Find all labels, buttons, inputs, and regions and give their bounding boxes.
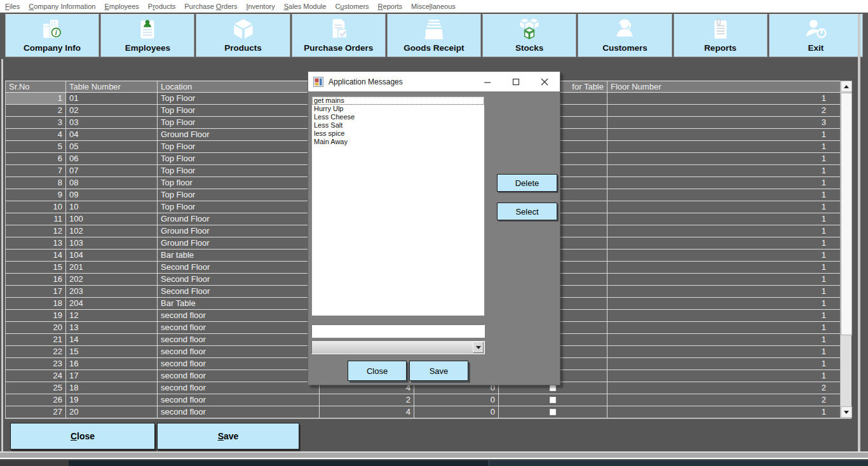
header-location[interactable]: Location xyxy=(158,81,320,92)
menu-item-reports[interactable]: Reports xyxy=(374,0,407,13)
scrollbar-thumb[interactable] xyxy=(841,93,852,335)
menu-item-customers[interactable]: Customers xyxy=(330,0,373,13)
cell-floor-number: 1 xyxy=(607,406,829,418)
header-table-number[interactable]: Table Number xyxy=(66,81,158,92)
menu-item-company-information[interactable]: Company Information xyxy=(24,0,100,13)
cell-sr-no: 15 xyxy=(6,262,66,273)
messages-listbox[interactable]: get mainsHurry UlpLess CheeseLess Saltle… xyxy=(311,96,485,316)
cell-table-number: 05 xyxy=(66,141,158,152)
toolbar-button-company-info[interactable]: i Company Info xyxy=(5,14,99,57)
dialog-save-button[interactable]: Save xyxy=(409,361,468,381)
toolbar-button-purchase-orders[interactable]: Purchase Orders xyxy=(292,14,386,57)
toolbar-button-label: Customers xyxy=(602,43,648,53)
stock-cubes-icon xyxy=(515,17,543,43)
cell-table-number: 104 xyxy=(66,250,158,261)
cell-table-number: 103 xyxy=(66,237,158,249)
cell-floor-number: 1 xyxy=(607,189,829,201)
listbox-item[interactable]: less spice xyxy=(312,130,484,138)
header-sr-no[interactable]: Sr.No xyxy=(6,81,66,92)
cell-table-number: 01 xyxy=(66,93,158,104)
employee-document-icon xyxy=(133,17,161,43)
cell-location: Top Floor xyxy=(158,153,320,164)
cell-location: second floor xyxy=(158,322,320,333)
cell-location: Top Floor xyxy=(158,201,320,213)
cell-floor-number: 1 xyxy=(607,225,829,237)
save-button[interactable]: Save xyxy=(157,423,299,449)
message-combobox[interactable] xyxy=(311,340,485,354)
header-floor-number[interactable]: Floor Number xyxy=(607,81,829,92)
cell-location: Second Floor xyxy=(158,274,320,285)
combo-dropdown-button[interactable] xyxy=(473,342,484,353)
cell-floor-number: 1 xyxy=(607,201,829,213)
dialog-title-bar[interactable]: Application Messages xyxy=(308,72,560,91)
row-checkbox[interactable] xyxy=(550,397,556,403)
menu-item-purchase-orders[interactable]: Purchase Orders xyxy=(180,0,241,13)
toolbar-button-employees[interactable]: Employees xyxy=(100,14,194,57)
toolbar-button-reports[interactable]: Reports xyxy=(674,14,768,57)
cell-table-number: 10 xyxy=(66,201,158,213)
cell-location: Top Floor xyxy=(158,165,320,176)
cell-sr-no: 2 xyxy=(6,105,66,116)
menu-item-miscellaneous[interactable]: Miscellaneous xyxy=(407,0,460,13)
cell-hidden-col-2: 0 xyxy=(414,394,499,406)
toolbar-button-customers[interactable]: Customers xyxy=(578,14,672,57)
scroll-down-button[interactable] xyxy=(841,406,852,418)
cell-location: second floor xyxy=(158,370,320,382)
toolbar-button-exit[interactable]: Exit xyxy=(769,14,863,57)
cell-sr-no: 23 xyxy=(6,358,66,369)
menu-item-products[interactable]: Products xyxy=(144,0,180,13)
listbox-item[interactable]: Hurry Ulp xyxy=(312,105,484,113)
listbox-item[interactable]: Less Salt xyxy=(312,121,484,130)
listbox-item[interactable]: Main Away xyxy=(312,138,484,146)
menu-item-employees[interactable]: Employees xyxy=(100,0,143,13)
table-row[interactable]: 27 20 second floor 4 0 1 xyxy=(6,406,851,418)
maximize-icon xyxy=(512,78,520,86)
table-row[interactable]: 26 19 second floor 2 0 2 xyxy=(6,394,851,406)
row-checkbox[interactable] xyxy=(550,385,556,391)
cell-sr-no: 8 xyxy=(6,177,66,189)
cell-location: second floor xyxy=(158,382,320,394)
cube-icon xyxy=(229,17,257,43)
vertical-scrollbar[interactable] xyxy=(840,81,851,418)
toolbar-button-goods-receipt[interactable]: Goods Receipt xyxy=(387,14,481,57)
document-check-icon xyxy=(325,17,353,43)
message-input[interactable] xyxy=(311,324,485,338)
toolbar-button-products[interactable]: Products xyxy=(196,14,290,57)
toolbar-button-label: Purchase Orders xyxy=(304,43,373,53)
listbox-item[interactable]: Less Cheese xyxy=(312,113,484,121)
cell-table-number: 20 xyxy=(66,406,158,418)
toolbar-button-stocks[interactable]: Stocks xyxy=(482,14,576,57)
cell-table-number: 202 xyxy=(66,274,158,285)
menu-item-sales-module[interactable]: Sales Module xyxy=(280,0,331,13)
menu-bar: FilesCompany InformationEmployeesProduct… xyxy=(0,0,868,13)
dialog-close-button[interactable]: Close xyxy=(348,361,407,381)
scroll-up-button[interactable] xyxy=(841,81,852,92)
cell-table-number: 02 xyxy=(66,105,158,116)
person-power-icon xyxy=(802,17,830,43)
menu-item-inventory[interactable]: Inventory xyxy=(241,0,279,13)
close-button[interactable]: Close xyxy=(10,423,155,449)
listbox-item[interactable]: get mains xyxy=(312,97,484,105)
maximize-button[interactable] xyxy=(505,72,527,91)
delete-button[interactable]: Delete xyxy=(497,174,557,192)
select-button[interactable]: Select xyxy=(497,203,557,220)
cell-sr-no: 13 xyxy=(6,237,66,249)
cell-location: second floor xyxy=(158,346,320,357)
cell-floor-number: 1 xyxy=(607,274,829,285)
cell-sr-no: 9 xyxy=(6,189,66,201)
toolbar-button-label: Products xyxy=(224,43,262,53)
cell-sr-no: 10 xyxy=(6,201,66,213)
taskbar-strip-left xyxy=(0,460,69,466)
cell-location: Top Floor xyxy=(158,141,320,152)
cell-sr-no: 20 xyxy=(6,322,66,333)
minimize-button[interactable] xyxy=(477,72,498,91)
cell-floor-number: 2 xyxy=(607,394,829,406)
cell-location: Ground Floor xyxy=(158,213,320,225)
cell-location: Top floor xyxy=(158,177,320,189)
dialog-close-x-button[interactable] xyxy=(534,72,555,91)
cell-table-number: 09 xyxy=(66,189,158,201)
row-checkbox[interactable] xyxy=(550,409,556,415)
cell-location: Second Floor xyxy=(158,262,320,273)
cell-location: second floor xyxy=(158,358,320,369)
menu-item-files[interactable]: Files xyxy=(1,0,24,13)
